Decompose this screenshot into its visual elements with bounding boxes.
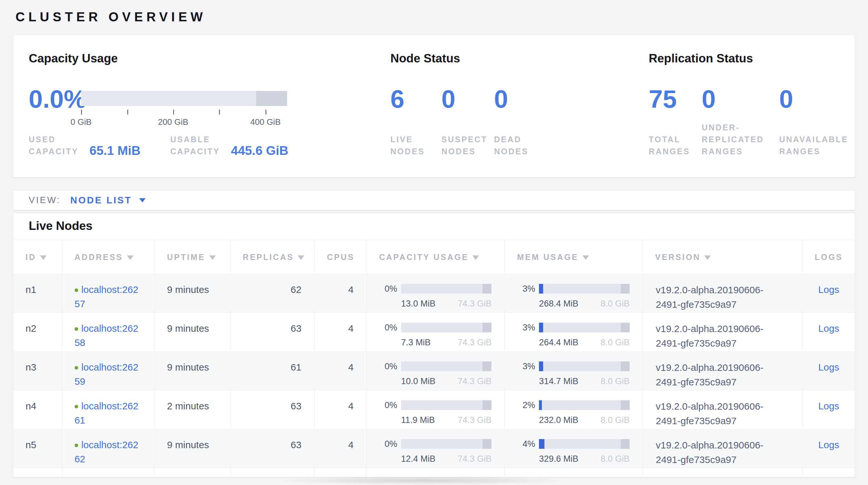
cpus-cell: 4 [314, 429, 367, 468]
metric-label: USED CAPACITY [29, 134, 82, 158]
view-bar: VIEW: NODE LIST [13, 190, 855, 210]
mem-total-label: 8.0 GiB [600, 338, 630, 347]
column-header-capacity-usage[interactable]: CAPACITY USAGE [367, 240, 504, 274]
replicas-cell: 63 [230, 429, 314, 468]
capacity-total-label: 74.3 GiB [458, 376, 492, 386]
capacity-percent-label: 0% [380, 323, 397, 333]
address-cell: localhost:26262 [62, 429, 155, 468]
capacity-usage-cell: 0% 10.0 MiB 74.3 GiB [367, 352, 504, 391]
node-id-cell: n3 [13, 352, 62, 391]
stat-value: 0 [702, 86, 779, 112]
capacity-used-label: 13.0 MiB [401, 299, 436, 309]
address-link[interactable]: localhost:26261 [74, 401, 138, 426]
usage-bar-reserved [483, 323, 492, 333]
version-cell: v19.2.0-alpha.20190606-2491-gfe735c9a97 [643, 429, 802, 468]
table-row-partial [13, 468, 855, 478]
mem-total-label: 8.0 GiB [600, 376, 630, 386]
dead-nodes-stat: 0 DEAD NODES [494, 86, 565, 158]
logs-cell: Logs [802, 391, 855, 429]
node-live-dot [74, 288, 78, 292]
column-header-mem-usage[interactable]: MEM USAGE [505, 240, 643, 274]
capacity-usage-bar [401, 400, 492, 410]
mem-usage-bar [539, 284, 629, 293]
stat-value: 0 [779, 86, 868, 112]
mem-usage-bar [539, 362, 629, 371]
usage-bar-reserved [621, 284, 630, 293]
usage-bar-reserved [483, 439, 492, 449]
logs-link[interactable]: Logs [818, 323, 839, 334]
capacity-usage-bar [401, 362, 492, 371]
logs-link[interactable]: Logs [818, 284, 839, 295]
address-link[interactable]: localhost:26259 [74, 362, 138, 387]
usage-bar-reserved [483, 284, 492, 293]
node-id-cell: n4 [13, 391, 62, 429]
node-live-dot [74, 444, 78, 447]
usage-bar-fill [539, 400, 541, 410]
capacity-used-label: 11.9 MiB [401, 415, 435, 425]
capacity-usage-cell: 0% 13.0 MiB 74.3 GiB [367, 274, 504, 313]
column-header-uptime[interactable]: UPTIME [155, 240, 230, 274]
mem-usage-cell: 3% 264.4 MiB 8.0 GiB [505, 313, 643, 352]
usage-bar-reserved [621, 439, 630, 449]
capacity-gauge-track [81, 91, 287, 106]
axis-tick [127, 110, 128, 114]
mem-used-label: 232.0 MiB [539, 415, 578, 425]
address-link[interactable]: localhost:26257 [74, 284, 138, 309]
cluster-overview-page: CLUSTER OVERVIEW Capacity Usage 0.0% [0, 0, 868, 485]
column-header-logs: LOGS [802, 240, 855, 274]
capacity-percent-value: 0.0% [29, 86, 71, 112]
logs-link[interactable]: Logs [818, 439, 839, 450]
stat-label: SUSPECT NODES [441, 134, 487, 158]
column-header-version[interactable]: VERSION [643, 240, 802, 274]
usage-bar-fill [539, 284, 543, 293]
unavailable-ranges-stat: 0 UNAVAILABLE RANGES [779, 86, 868, 158]
sort-arrow-icon [583, 255, 589, 260]
mem-usage-bar [539, 400, 629, 410]
column-header-address[interactable]: ADDRESS [62, 240, 155, 274]
axis-tick [219, 110, 220, 114]
logs-cell: Logs [802, 313, 855, 352]
table-row: n4 localhost:26261 2 minutes 63 4 0% 11.… [13, 391, 855, 429]
address-cell: localhost:26257 [62, 274, 155, 313]
replicas-cell: 62 [230, 274, 314, 313]
mem-usage-cell: 3% 314.7 MiB 8.0 GiB [505, 352, 643, 391]
address-cell: localhost:26258 [62, 313, 155, 352]
replication-status-title: Replication Status [649, 51, 855, 66]
usage-bar-fill [539, 323, 543, 333]
address-link[interactable]: localhost:26258 [74, 323, 138, 348]
node-live-dot [74, 327, 78, 331]
column-header-id[interactable]: ID [13, 240, 62, 274]
logs-cell: Logs [802, 274, 855, 313]
mem-usage-bar [539, 439, 629, 449]
sort-arrow-icon [127, 255, 133, 260]
capacity-gauge-reserved [256, 91, 287, 106]
mem-total-label: 8.0 GiB [600, 454, 630, 464]
node-status-title: Node Status [391, 51, 649, 66]
mem-percent-label: 3% [518, 284, 535, 293]
uptime-cell: 2 minutes [155, 391, 230, 429]
page-title: CLUSTER OVERVIEW [16, 8, 868, 26]
capacity-used-label: 12.4 MiB [401, 454, 436, 464]
cpus-cell: 4 [314, 313, 367, 352]
logs-link[interactable]: Logs [818, 362, 839, 372]
column-header-replicas[interactable]: REPLICAS [230, 240, 314, 274]
uptime-cell: 9 minutes [155, 352, 230, 391]
suspect-nodes-stat: 0 SUSPECT NODES [441, 86, 494, 158]
total-ranges-stat: 75 TOTAL RANGES [649, 86, 702, 158]
axis-tick-label: 400 GiB [250, 117, 281, 127]
capacity-usage-section: Capacity Usage 0.0% [29, 51, 391, 158]
metric-value: 445.6 GiB [231, 144, 288, 158]
capacity-usage-cell: 0% 7.3 MiB 74.3 GiB [367, 313, 504, 352]
address-link[interactable]: localhost:26262 [74, 439, 138, 464]
node-list-dropdown[interactable]: NODE LIST [70, 195, 146, 206]
usage-bar-reserved [621, 323, 630, 333]
usage-bar-fill [539, 362, 543, 371]
capacity-percent-label: 0% [380, 439, 397, 449]
capacity-percent-label: 0% [380, 362, 397, 371]
cpus-cell: 4 [314, 391, 367, 429]
version-cell: v19.2.0-alpha.20190606-2491-gfe735c9a97 [643, 352, 802, 391]
replicas-cell: 63 [230, 313, 314, 352]
live-nodes-stat: 6 LIVE NODES [391, 86, 441, 158]
column-header-cpus: CPUS [314, 240, 367, 274]
logs-link[interactable]: Logs [818, 401, 839, 411]
